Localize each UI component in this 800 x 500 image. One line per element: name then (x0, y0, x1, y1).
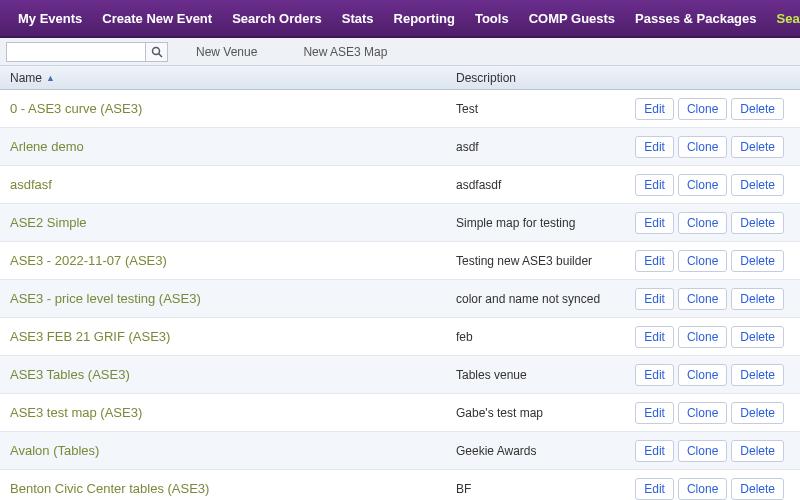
map-name-link[interactable]: 0 - ASE3 curve (ASE3) (0, 101, 450, 116)
clone-button[interactable]: Clone (678, 174, 727, 196)
search-button[interactable] (146, 42, 168, 62)
nav-item-seating-maps[interactable]: Seating Maps (767, 1, 800, 36)
clone-button[interactable]: Clone (678, 402, 727, 424)
search-wrap (6, 42, 168, 62)
top-nav: My EventsCreate New EventSearch OrdersSt… (0, 0, 800, 38)
clone-button[interactable]: Clone (678, 478, 727, 500)
delete-button[interactable]: Delete (731, 440, 784, 462)
edit-button[interactable]: Edit (635, 402, 674, 424)
svg-line-1 (158, 53, 162, 57)
edit-button[interactable]: Edit (635, 364, 674, 386)
map-name-link[interactable]: ASE3 test map (ASE3) (0, 405, 450, 420)
map-description: asdf (450, 140, 645, 154)
nav-item-passes-packages[interactable]: Passes & Packages (625, 1, 766, 36)
map-name-link[interactable]: ASE3 - 2022-11-07 (ASE3) (0, 253, 450, 268)
clone-button[interactable]: Clone (678, 440, 727, 462)
table-row: Arlene demoasdfEditCloneDelete (0, 128, 800, 166)
table-row: ASE3 test map (ASE3)Gabe's test mapEditC… (0, 394, 800, 432)
seating-maps-grid: Name ▲ Description 0 - ASE3 curve (ASE3)… (0, 66, 800, 500)
nav-item-comp-guests[interactable]: COMP Guests (519, 1, 625, 36)
map-name-link[interactable]: asdfasf (0, 177, 450, 192)
map-description: asdfasdf (450, 178, 645, 192)
table-row: ASE3 Tables (ASE3)Tables venueEditCloneD… (0, 356, 800, 394)
table-row: Avalon (Tables)Geekie AwardsEditCloneDel… (0, 432, 800, 470)
sort-asc-icon: ▲ (46, 73, 55, 83)
map-description: Tables venue (450, 368, 645, 382)
nav-item-my-events[interactable]: My Events (8, 1, 92, 36)
map-name-link[interactable]: ASE3 Tables (ASE3) (0, 367, 450, 382)
delete-button[interactable]: Delete (731, 250, 784, 272)
table-row: ASE2 SimpleSimple map for testingEditClo… (0, 204, 800, 242)
table-row: ASE3 - price level testing (ASE3)color a… (0, 280, 800, 318)
map-description: Gabe's test map (450, 406, 645, 420)
map-name-link[interactable]: ASE3 FEB 21 GRIF (ASE3) (0, 329, 450, 344)
toolbar: New Venue New ASE3 Map (0, 38, 800, 66)
row-actions: EditCloneDelete (645, 402, 790, 424)
delete-button[interactable]: Delete (731, 288, 784, 310)
col-header-description[interactable]: Description (450, 71, 645, 85)
row-actions: EditCloneDelete (645, 440, 790, 462)
delete-button[interactable]: Delete (731, 136, 784, 158)
delete-button[interactable]: Delete (731, 326, 784, 348)
map-name-link[interactable]: ASE2 Simple (0, 215, 450, 230)
new-venue-link[interactable]: New Venue (178, 45, 275, 59)
table-row: 0 - ASE3 curve (ASE3)TestEditCloneDelete (0, 90, 800, 128)
table-row: asdfasfasdfasdfEditCloneDelete (0, 166, 800, 204)
clone-button[interactable]: Clone (678, 98, 727, 120)
row-actions: EditCloneDelete (645, 288, 790, 310)
delete-button[interactable]: Delete (731, 364, 784, 386)
map-name-link[interactable]: Arlene demo (0, 139, 450, 154)
search-icon (151, 46, 163, 58)
clone-button[interactable]: Clone (678, 136, 727, 158)
col-header-name[interactable]: Name ▲ (0, 71, 450, 85)
clone-button[interactable]: Clone (678, 364, 727, 386)
edit-button[interactable]: Edit (635, 212, 674, 234)
map-name-link[interactable]: ASE3 - price level testing (ASE3) (0, 291, 450, 306)
map-description: Simple map for testing (450, 216, 645, 230)
nav-item-search-orders[interactable]: Search Orders (222, 1, 332, 36)
map-name-link[interactable]: Avalon (Tables) (0, 443, 450, 458)
edit-button[interactable]: Edit (635, 326, 674, 348)
map-description: feb (450, 330, 645, 344)
map-name-link[interactable]: Benton Civic Center tables (ASE3) (0, 481, 450, 496)
edit-button[interactable]: Edit (635, 250, 674, 272)
grid-header: Name ▲ Description (0, 66, 800, 90)
map-description: Testing new ASE3 builder (450, 254, 645, 268)
clone-button[interactable]: Clone (678, 288, 727, 310)
row-actions: EditCloneDelete (645, 212, 790, 234)
edit-button[interactable]: Edit (635, 440, 674, 462)
map-description: color and name not synced (450, 292, 645, 306)
edit-button[interactable]: Edit (635, 478, 674, 500)
nav-item-tools[interactable]: Tools (465, 1, 519, 36)
row-actions: EditCloneDelete (645, 136, 790, 158)
row-actions: EditCloneDelete (645, 98, 790, 120)
map-description: Geekie Awards (450, 444, 645, 458)
search-input[interactable] (6, 42, 146, 62)
row-actions: EditCloneDelete (645, 364, 790, 386)
edit-button[interactable]: Edit (635, 288, 674, 310)
row-actions: EditCloneDelete (645, 478, 790, 500)
new-map-link[interactable]: New ASE3 Map (285, 45, 405, 59)
edit-button[interactable]: Edit (635, 136, 674, 158)
clone-button[interactable]: Clone (678, 326, 727, 348)
col-header-name-label: Name (10, 71, 42, 85)
clone-button[interactable]: Clone (678, 250, 727, 272)
delete-button[interactable]: Delete (731, 212, 784, 234)
clone-button[interactable]: Clone (678, 212, 727, 234)
table-row: ASE3 - 2022-11-07 (ASE3)Testing new ASE3… (0, 242, 800, 280)
delete-button[interactable]: Delete (731, 98, 784, 120)
delete-button[interactable]: Delete (731, 174, 784, 196)
table-row: ASE3 FEB 21 GRIF (ASE3)febEditCloneDelet… (0, 318, 800, 356)
edit-button[interactable]: Edit (635, 98, 674, 120)
delete-button[interactable]: Delete (731, 478, 784, 500)
nav-item-reporting[interactable]: Reporting (384, 1, 465, 36)
table-row: Benton Civic Center tables (ASE3)BFEditC… (0, 470, 800, 500)
nav-item-stats[interactable]: Stats (332, 1, 384, 36)
grid-body: 0 - ASE3 curve (ASE3)TestEditCloneDelete… (0, 90, 800, 500)
map-description: BF (450, 482, 645, 496)
row-actions: EditCloneDelete (645, 326, 790, 348)
nav-item-create-new-event[interactable]: Create New Event (92, 1, 222, 36)
map-description: Test (450, 102, 645, 116)
delete-button[interactable]: Delete (731, 402, 784, 424)
edit-button[interactable]: Edit (635, 174, 674, 196)
